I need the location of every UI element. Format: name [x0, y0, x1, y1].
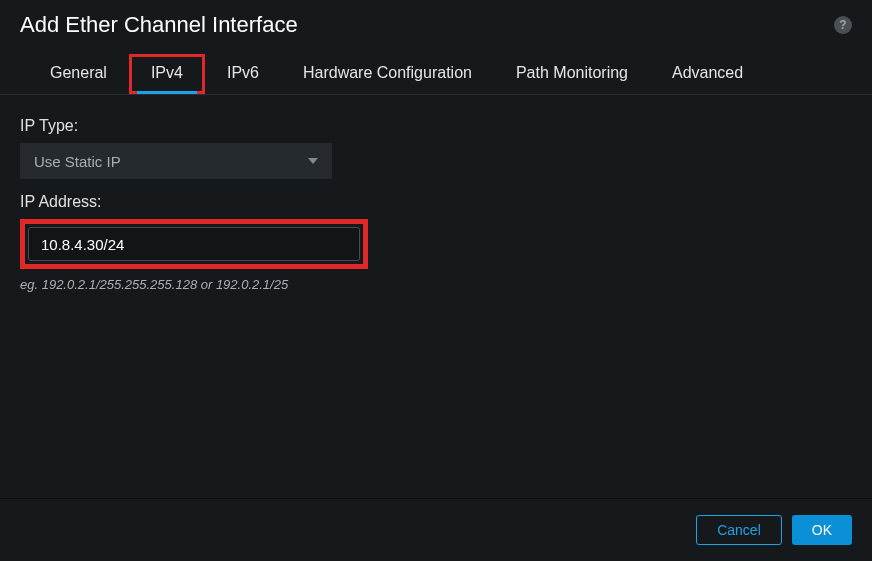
- dialog-header: Add Ether Channel Interface ?: [0, 0, 872, 54]
- cancel-button[interactable]: Cancel: [696, 515, 782, 545]
- tab-label: Path Monitoring: [516, 64, 628, 81]
- dialog-footer: Cancel OK: [0, 498, 872, 561]
- tab-advanced[interactable]: Advanced: [650, 54, 765, 94]
- tab-label: IPv6: [227, 64, 259, 81]
- ip-address-input[interactable]: [28, 227, 360, 261]
- content-area: IP Type: Use Static IP IP Address: eg. 1…: [0, 95, 872, 498]
- tab-general[interactable]: General: [28, 54, 129, 94]
- button-label: Cancel: [717, 522, 761, 538]
- tab-label: Advanced: [672, 64, 743, 81]
- tab-label: IPv4: [151, 64, 183, 81]
- ip-address-hint: eg. 192.0.2.1/255.255.255.128 or 192.0.2…: [20, 277, 852, 292]
- tab-label: Hardware Configuration: [303, 64, 472, 81]
- tab-ipv6[interactable]: IPv6: [205, 54, 281, 94]
- ip-type-value: Use Static IP: [34, 153, 121, 170]
- tab-bar: General IPv4 IPv6 Hardware Configuration…: [0, 54, 872, 95]
- ok-button[interactable]: OK: [792, 515, 852, 545]
- ip-type-label: IP Type:: [20, 117, 852, 135]
- tab-ipv4[interactable]: IPv4: [129, 54, 205, 94]
- dialog-title: Add Ether Channel Interface: [20, 12, 298, 38]
- help-icon[interactable]: ?: [834, 16, 852, 34]
- tab-hardware-configuration[interactable]: Hardware Configuration: [281, 54, 494, 94]
- dialog-container: Add Ether Channel Interface ? General IP…: [0, 0, 872, 561]
- ip-address-label: IP Address:: [20, 193, 852, 211]
- ip-address-highlight: [20, 219, 368, 269]
- chevron-down-icon: [308, 158, 318, 164]
- tab-path-monitoring[interactable]: Path Monitoring: [494, 54, 650, 94]
- button-label: OK: [812, 522, 832, 538]
- tab-label: General: [50, 64, 107, 81]
- ip-type-select[interactable]: Use Static IP: [20, 143, 332, 179]
